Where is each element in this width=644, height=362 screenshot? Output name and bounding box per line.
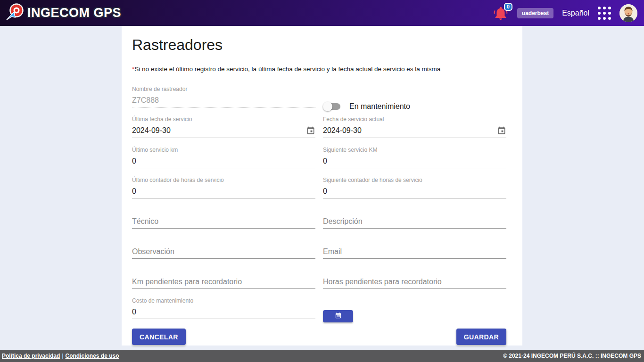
field-last-service-hours: Último contador de horas de servicio xyxy=(132,177,315,198)
user-avatar[interactable] xyxy=(619,4,637,22)
maintenance-toggle-row: En mantenimiento xyxy=(323,86,506,116)
main-content: Rastreadores *Si no existe el último reg… xyxy=(0,26,644,350)
last-service-date-input[interactable] xyxy=(132,126,306,135)
field-description xyxy=(323,207,506,229)
calendar-button-icon xyxy=(335,312,342,321)
footer-links: Política de privacidad|Condiciones de us… xyxy=(2,353,119,359)
tracker-name-input[interactable] xyxy=(132,96,315,105)
field-last-service-km: Último servicio km xyxy=(132,147,315,168)
km-pending-input[interactable] xyxy=(132,278,315,286)
calendar-button-wrap xyxy=(323,297,506,328)
app-footer: Política de privacidad|Condiciones de us… xyxy=(0,350,644,362)
field-km-pending xyxy=(132,267,315,289)
field-next-service-hours: Siguiente contador de horas de servicio xyxy=(323,177,506,198)
username-badge[interactable]: uaderbest xyxy=(517,8,553,18)
footer-separator: | xyxy=(62,353,63,359)
page-title: Rastreadores xyxy=(132,36,506,54)
field-last-service-date: Última fecha de servicio xyxy=(132,116,315,138)
footer-copyright: © 2021-24 INGECOM PERÚ S.A.C. :: INGECOM… xyxy=(503,353,641,359)
field-next-service-km: Siguiente servicio KM xyxy=(323,147,506,168)
form-card: Rastreadores *Si no existe el último reg… xyxy=(122,26,522,346)
technician-input[interactable] xyxy=(132,217,315,226)
maintenance-cost-label: Costo de mantenimiento xyxy=(132,297,315,304)
field-email xyxy=(323,237,506,259)
last-service-hours-label: Último contador de horas de servicio xyxy=(132,177,315,184)
brand-logo-icon xyxy=(5,2,25,25)
field-technician xyxy=(132,207,315,229)
next-service-hours-input[interactable] xyxy=(323,187,506,196)
last-service-km-input[interactable] xyxy=(132,157,315,165)
description-input[interactable] xyxy=(323,217,506,226)
brand-title: INGECOM GPS xyxy=(27,6,121,20)
language-selector[interactable]: Español xyxy=(562,9,589,17)
field-maintenance-cost: Costo de mantenimiento xyxy=(132,297,315,319)
next-service-km-label: Siguiente servicio KM xyxy=(323,147,506,154)
last-service-date-label: Última fecha de servicio xyxy=(132,116,315,123)
form-actions: CANCELAR GUARDAR xyxy=(132,329,506,345)
cancel-button[interactable]: CANCELAR xyxy=(132,329,186,345)
apps-grid-icon[interactable] xyxy=(598,7,611,20)
notification-count-badge: 0 xyxy=(504,3,512,11)
maintenance-cost-input[interactable] xyxy=(132,308,315,316)
maintenance-toggle-label: En mantenimiento xyxy=(349,102,410,111)
next-service-km-input[interactable] xyxy=(323,157,506,165)
open-calendar-button[interactable] xyxy=(323,310,353,322)
field-tracker-name: Nombre de rastreador xyxy=(132,86,315,107)
last-service-date-calendar-icon[interactable] xyxy=(306,126,315,135)
last-service-hours-input[interactable] xyxy=(132,187,315,196)
current-service-date-calendar-icon[interactable] xyxy=(497,126,506,135)
app-header: INGECOM GPS 0 uaderbest Español xyxy=(0,0,644,26)
field-hours-pending xyxy=(323,267,506,289)
privacy-policy-link[interactable]: Política de privacidad xyxy=(2,353,60,359)
service-note: *Si no existe el último registro de serv… xyxy=(132,66,506,73)
terms-of-use-link[interactable]: Condiciones de uso xyxy=(66,353,119,359)
tracker-name-label: Nombre de rastreador xyxy=(132,86,315,93)
maintenance-toggle[interactable] xyxy=(323,102,342,111)
notifications-bell-icon[interactable]: 0 xyxy=(493,5,509,21)
brand-logo[interactable]: INGECOM GPS xyxy=(5,2,121,25)
field-observation xyxy=(132,237,315,259)
observation-input[interactable] xyxy=(132,247,315,256)
current-service-date-input[interactable] xyxy=(323,126,497,135)
email-input[interactable] xyxy=(323,247,506,256)
next-service-hours-label: Siguiente contador de horas de servicio xyxy=(323,177,506,184)
save-button[interactable]: GUARDAR xyxy=(456,329,506,345)
tracker-form: Nombre de rastreador En mantenimiento Úl… xyxy=(132,86,506,328)
current-service-date-label: Fecha de servicio actual xyxy=(323,116,506,123)
field-current-service-date: Fecha de servicio actual xyxy=(323,116,506,138)
last-service-km-label: Último servicio km xyxy=(132,147,315,154)
hours-pending-input[interactable] xyxy=(323,278,506,286)
service-note-text: Si no existe el último registro de servi… xyxy=(134,66,440,73)
